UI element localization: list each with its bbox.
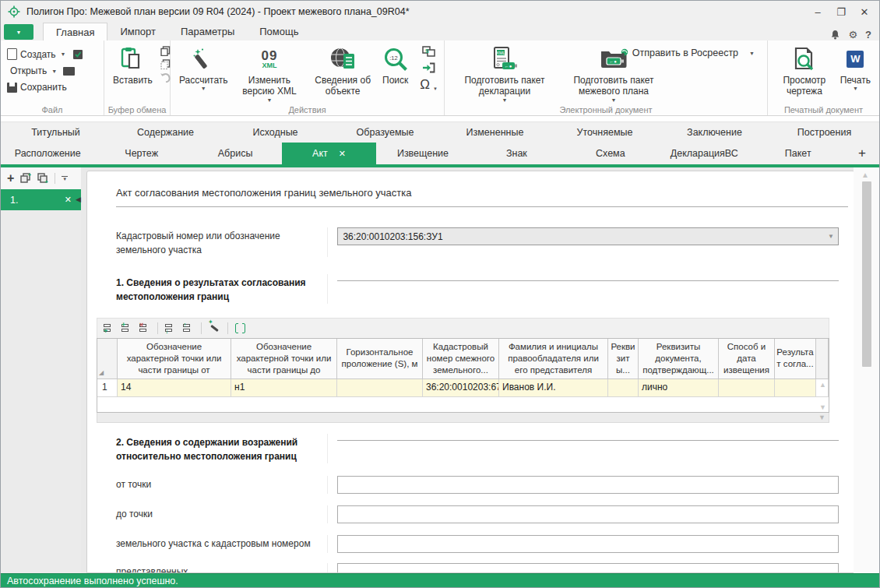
minimize-button[interactable]: – <box>806 2 829 22</box>
app-menu-button[interactable]: ▼ <box>4 24 33 40</box>
tab-parametry[interactable]: Параметры <box>168 23 247 40</box>
cell-cadastral-number[interactable]: 36:20:0010203:67 <box>423 379 499 397</box>
drawing-preview-button[interactable]: Просмотр чертежа <box>773 44 836 99</box>
cell-horizontal-length[interactable] <box>337 379 423 397</box>
omega-symbols-button[interactable]: Ω ▼ <box>420 78 438 91</box>
scroll-up-icon[interactable]: ▲ <box>819 381 826 389</box>
autofill-wand-button[interactable] <box>209 322 220 334</box>
copy-page-button[interactable]: + <box>20 173 31 184</box>
prepare-declaration-package-button[interactable]: XML←● Подготовить пакет декларации ▼ <box>454 44 555 105</box>
column-header[interactable]: Обозначение характерной точки или части … <box>231 339 337 379</box>
close-button[interactable]: ✕ <box>853 2 876 22</box>
expand-table-button[interactable] <box>235 323 245 333</box>
doc-tab-raspolozhenie[interactable]: Расположение <box>1 143 94 164</box>
close-page-icon[interactable]: ✕ <box>65 195 72 205</box>
tab-import[interactable]: Импорт <box>107 23 167 40</box>
open-button[interactable]: Открыть ▼ <box>5 65 58 77</box>
move-row-down-button[interactable]: ↓ <box>165 324 176 333</box>
doc-tab-abrisy[interactable]: Абрисы <box>188 143 282 164</box>
print-button[interactable]: W Печать ▼ <box>836 44 875 94</box>
scrollbar-thumb[interactable] <box>862 181 871 367</box>
ribbon-group-actions: Рассчитать ▼ 09 XML Изменить версию XML … <box>171 40 445 115</box>
doc-tab-postroeniya[interactable]: Построения <box>769 122 879 143</box>
doc-tab-znak[interactable]: Знак <box>470 143 563 164</box>
duplicate-page-button[interactable]: + <box>37 173 48 184</box>
submitted-input[interactable] <box>337 563 839 573</box>
create-button[interactable]: Создать ▼ <box>5 48 68 61</box>
doc-tab-utochnyaemye[interactable]: Уточняемые <box>550 122 660 143</box>
help-icon[interactable]: ? <box>865 29 871 40</box>
to-point-input[interactable] <box>337 505 839 523</box>
column-header[interactable]: Способ и дата извещения <box>719 339 775 379</box>
table-vscroll[interactable]: ▲ <box>816 379 829 397</box>
row-number-cell[interactable]: 1 <box>97 379 118 397</box>
move-row-up-button[interactable]: ↑ <box>183 324 194 333</box>
pages-menu-button[interactable]: ▼ <box>62 176 68 181</box>
close-tab-icon[interactable]: ✕ <box>339 149 346 159</box>
layers-substitute-icon[interactable]: S <box>422 46 435 58</box>
notifications-bell-icon[interactable] <box>830 30 840 40</box>
doc-tab-akt-active[interactable]: Акт ✕ <box>282 143 375 164</box>
calculate-button[interactable]: Рассчитать ▼ <box>175 44 232 94</box>
insert-row-button[interactable]: + <box>121 324 132 333</box>
tab-pomoshch[interactable]: Помощь <box>247 23 311 40</box>
status-message: Автосохранение выполнено успешно. <box>7 576 178 586</box>
send-to-rosreestr-button[interactable]: Отправить в Росреестр ▼ <box>616 47 756 59</box>
doc-tab-paket[interactable]: Пакет <box>752 143 845 164</box>
doc-tab-izmenennye[interactable]: Измененные <box>440 122 550 143</box>
doc-tab-chertezh[interactable]: Чертеж <box>94 143 188 164</box>
from-point-input[interactable] <box>337 476 839 494</box>
search-button[interactable]: :12 Поиск <box>378 44 412 87</box>
undo-icon[interactable] <box>160 72 171 83</box>
new-from-template-icon[interactable] <box>72 49 83 60</box>
save-button[interactable]: Сохранить <box>5 81 83 93</box>
doc-tab-deklaraciyavs[interactable]: ДекларацияВС <box>657 143 751 164</box>
column-header[interactable]: Реквизиты документа, подтверждающ... <box>639 339 719 379</box>
paste-special-icon[interactable] <box>160 59 171 69</box>
doc-tab-obrazuemye[interactable]: Образуемые <box>330 122 440 143</box>
change-xml-version-button[interactable]: 09 XML Изменить версию XML ▼ <box>232 44 308 105</box>
column-header[interactable]: Горизонтальное проложение (S), м <box>337 339 423 379</box>
column-header[interactable]: Фамилия и инициалы правообладателя или е… <box>499 339 608 379</box>
doc-tab-zaklyuchenie[interactable]: Заключение <box>660 122 769 143</box>
vertical-scrollbar[interactable]: ▲ <box>854 167 879 573</box>
chevron-down-icon: ▼ <box>266 97 272 104</box>
cell-notification-method[interactable] <box>719 379 775 397</box>
column-header[interactable]: Кадастровый номер смежного земельного... <box>423 339 499 379</box>
maximize-button[interactable]: ❐ <box>829 2 853 22</box>
add-tab-button[interactable]: + <box>845 143 879 164</box>
object-info-button[interactable]: Сведения об объекте <box>307 44 378 99</box>
cell-owner-name[interactable]: Иванов И.И. <box>499 379 608 397</box>
collapse-sidebar-icon[interactable]: ◀ <box>76 195 81 203</box>
cell-result[interactable] <box>775 379 816 397</box>
column-header[interactable]: Результат согла... <box>775 339 816 379</box>
column-header[interactable]: Обозначение характерной точки или части … <box>118 339 231 379</box>
doc-tab-izveshchenie[interactable]: Извещение <box>376 143 470 164</box>
paste-button[interactable]: Вставить <box>109 44 157 87</box>
doc-tab-titulny[interactable]: Титульный <box>1 122 111 143</box>
table-hscroll[interactable]: ▼ <box>97 413 829 423</box>
cadastral-number-combobox[interactable]: 36:20:0010203:156:ЗУ1 ▼ <box>337 227 839 245</box>
cell-document-requisites[interactable]: лично <box>639 379 719 397</box>
scroll-up-icon[interactable]: ▲ <box>861 171 869 179</box>
column-header[interactable]: Реквизиты... <box>608 339 639 379</box>
drawing-preview-icon <box>793 46 816 72</box>
scroll-down-icon[interactable]: ▼ <box>819 403 826 411</box>
table-corner-cell[interactable]: ◢ <box>97 339 118 379</box>
cell-point-to[interactable]: н1 <box>231 379 337 397</box>
import-into-icon[interactable] <box>422 62 435 73</box>
page-tab-1[interactable]: 1. ✕ <box>1 189 81 210</box>
doc-tab-soderzhanie[interactable]: Содержание <box>111 122 220 143</box>
cell-point-from[interactable]: 14 <box>118 379 231 397</box>
copy-icon[interactable] <box>160 46 171 56</box>
delete-row-button[interactable]: × <box>139 324 150 333</box>
parcel-number-input[interactable] <box>337 535 839 553</box>
add-page-button[interactable]: + <box>7 171 14 185</box>
doc-tab-iskhodnye[interactable]: Исходные <box>220 122 330 143</box>
add-row-button[interactable]: + <box>104 324 114 333</box>
doc-tab-skhema[interactable]: Схема <box>564 143 657 164</box>
cell-requisites[interactable] <box>608 379 639 397</box>
folder-icon[interactable] <box>63 67 75 76</box>
settings-gears-icon[interactable]: ⚙ <box>848 29 857 40</box>
tab-glavnaya[interactable]: Главная <box>43 23 107 40</box>
